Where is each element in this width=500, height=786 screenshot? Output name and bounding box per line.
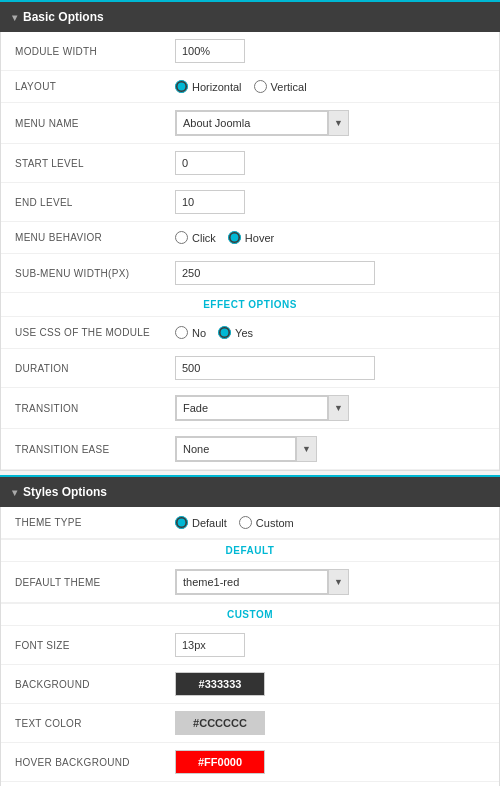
menu-name-row: MENU NAME ▼ [1, 103, 499, 144]
hover-text-color-row: HOVER TEXT COLOR #FFFFFF [1, 782, 499, 786]
text-color-control: #CCCCCC [175, 711, 485, 735]
use-css-no-label: No [192, 327, 206, 339]
transition-input[interactable] [176, 396, 328, 420]
menu-behavior-click-radio[interactable] [175, 231, 188, 244]
use-css-yes-radio[interactable] [218, 326, 231, 339]
menu-name-select-wrap: ▼ [175, 110, 349, 136]
start-level-input[interactable] [175, 151, 245, 175]
background-swatch[interactable]: #333333 [175, 672, 265, 696]
transition-ease-select-wrap: ▼ [175, 436, 317, 462]
text-color-row: TEXT COLOR #CCCCCC [1, 704, 499, 743]
theme-type-label: THEME TYPE [15, 517, 175, 528]
hover-background-control: #FF0000 [175, 750, 485, 774]
duration-input[interactable] [175, 356, 375, 380]
basic-options-title: Basic Options [23, 10, 104, 24]
hover-background-swatch[interactable]: #FF0000 [175, 750, 265, 774]
transition-ease-dropdown-btn[interactable]: ▼ [296, 437, 316, 461]
font-size-input[interactable] [175, 633, 245, 657]
styles-options-chevron-icon: ▾ [12, 487, 17, 498]
layout-vertical-label: Vertical [271, 81, 307, 93]
theme-type-row: THEME TYPE Default Custom [1, 507, 499, 539]
default-theme-label: DEFAULT THEME [15, 577, 175, 588]
use-css-no-option[interactable]: No [175, 326, 206, 339]
default-theme-select-wrap: ▼ [175, 569, 349, 595]
theme-type-default-radio[interactable] [175, 516, 188, 529]
theme-type-custom-option[interactable]: Custom [239, 516, 294, 529]
use-css-row: USE CSS OF THE MODULE No Yes [1, 317, 499, 349]
basic-options-section: ▾ Basic Options MODULE WIDTH LAYOUT Hori… [0, 0, 500, 471]
font-size-label: FONT SIZE [15, 640, 175, 651]
use-css-yes-label: Yes [235, 327, 253, 339]
theme-type-custom-radio[interactable] [239, 516, 252, 529]
transition-select-wrap: ▼ [175, 395, 349, 421]
use-css-no-radio[interactable] [175, 326, 188, 339]
default-theme-row: DEFAULT THEME ▼ [1, 562, 499, 603]
default-theme-input[interactable] [176, 570, 328, 594]
menu-behavior-hover-option[interactable]: Hover [228, 231, 274, 244]
end-level-row: END LEVEL [1, 183, 499, 222]
hover-background-value: #FF0000 [198, 756, 242, 768]
menu-name-control: ▼ [175, 110, 485, 136]
text-color-label: TEXT COLOR [15, 718, 175, 729]
module-width-label: MODULE WIDTH [15, 46, 175, 57]
font-size-control [175, 633, 485, 657]
default-theme-dropdown-btn[interactable]: ▼ [328, 570, 348, 594]
theme-type-control: Default Custom [175, 516, 485, 529]
layout-vertical-option[interactable]: Vertical [254, 80, 307, 93]
menu-name-label: MENU NAME [15, 118, 175, 129]
duration-control [175, 356, 485, 380]
styles-options-header[interactable]: ▾ Styles Options [0, 475, 500, 507]
basic-options-header[interactable]: ▾ Basic Options [0, 0, 500, 32]
submenu-width-input[interactable] [175, 261, 375, 285]
module-width-input[interactable] [175, 39, 245, 63]
transition-ease-control: ▼ [175, 436, 485, 462]
menu-behavior-hover-radio[interactable] [228, 231, 241, 244]
layout-control: Horizontal Vertical [175, 80, 485, 93]
end-level-label: END LEVEL [15, 197, 175, 208]
transition-control: ▼ [175, 395, 485, 421]
module-width-control [175, 39, 485, 63]
transition-ease-input[interactable] [176, 437, 296, 461]
basic-options-chevron-icon: ▾ [12, 12, 17, 23]
use-css-label: USE CSS OF THE MODULE [15, 327, 175, 338]
background-row: BACKGROUND #333333 [1, 665, 499, 704]
use-css-yes-option[interactable]: Yes [218, 326, 253, 339]
layout-label: LAYOUT [15, 81, 175, 92]
theme-type-default-option[interactable]: Default [175, 516, 227, 529]
duration-label: DURATION [15, 363, 175, 374]
menu-behavior-hover-label: Hover [245, 232, 274, 244]
theme-type-custom-label: Custom [256, 517, 294, 529]
default-section-header: DEFAULT [1, 539, 499, 562]
submenu-width-control [175, 261, 485, 285]
layout-horizontal-option[interactable]: Horizontal [175, 80, 242, 93]
layout-horizontal-radio[interactable] [175, 80, 188, 93]
transition-row: TRANSITION ▼ [1, 388, 499, 429]
effect-options-header: EFFECT OPTIONS [1, 293, 499, 317]
styles-options-body: THEME TYPE Default Custom DEFAULT DEFAUL… [0, 507, 500, 786]
styles-options-title: Styles Options [23, 485, 107, 499]
text-color-swatch[interactable]: #CCCCCC [175, 711, 265, 735]
transition-dropdown-arrow-icon: ▼ [334, 403, 343, 413]
module-width-row: MODULE WIDTH [1, 32, 499, 71]
menu-behavior-click-label: Click [192, 232, 216, 244]
dropdown-arrow-icon: ▼ [334, 118, 343, 128]
hover-background-label: HOVER BACKGROUND [15, 757, 175, 768]
use-css-control: No Yes [175, 326, 485, 339]
menu-behavior-control: Click Hover [175, 231, 485, 244]
font-size-row: FONT SIZE [1, 626, 499, 665]
menu-behavior-label: MENU BEHAVIOR [15, 232, 175, 243]
start-level-label: START LEVEL [15, 158, 175, 169]
layout-vertical-radio[interactable] [254, 80, 267, 93]
end-level-control [175, 190, 485, 214]
layout-row: LAYOUT Horizontal Vertical [1, 71, 499, 103]
hover-background-row: HOVER BACKGROUND #FF0000 [1, 743, 499, 782]
menu-name-input[interactable] [176, 111, 328, 135]
default-theme-dropdown-arrow-icon: ▼ [334, 577, 343, 587]
menu-name-dropdown-btn[interactable]: ▼ [328, 111, 348, 135]
menu-behavior-click-option[interactable]: Click [175, 231, 216, 244]
text-color-value: #CCCCCC [193, 717, 247, 729]
layout-horizontal-label: Horizontal [192, 81, 242, 93]
transition-dropdown-btn[interactable]: ▼ [328, 396, 348, 420]
submenu-width-row: SUB-MENU WIDTH(PX) [1, 254, 499, 293]
end-level-input[interactable] [175, 190, 245, 214]
